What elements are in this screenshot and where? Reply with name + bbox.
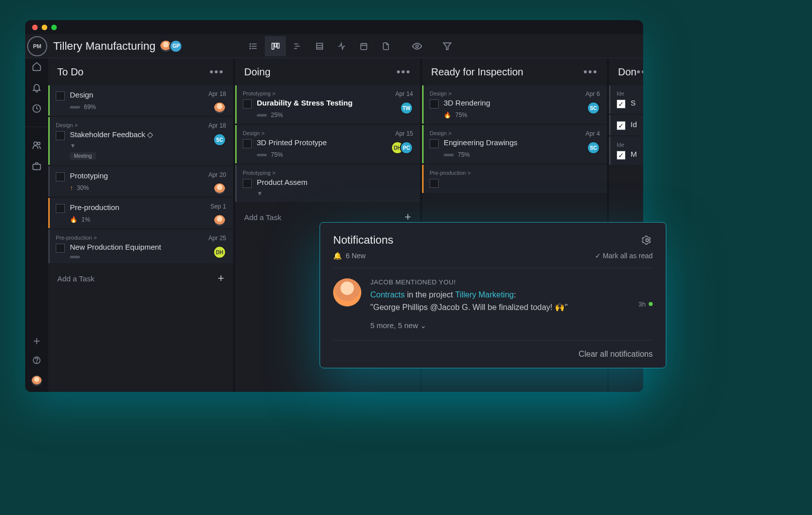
column-menu-icon[interactable]: ••• [637, 65, 643, 78]
task-card[interactable]: Design >3D Printed PrototypeApr 15DHPC75… [235, 125, 420, 163]
files-view-icon[interactable] [375, 36, 396, 56]
column-menu-icon[interactable]: ••• [583, 65, 598, 78]
user-avatar[interactable] [31, 375, 43, 387]
checkbox-icon[interactable] [243, 99, 252, 109]
avatar[interactable]: GP [169, 40, 182, 53]
progress-bar-icon [257, 114, 267, 117]
project-members[interactable]: GP [162, 40, 182, 53]
checkbox-icon[interactable] [56, 172, 65, 181]
card-avatars[interactable]: DHPC [394, 141, 413, 154]
card-breadcrumb: Ide [617, 142, 642, 148]
column-menu-icon[interactable]: ••• [210, 65, 224, 78]
task-card[interactable]: PrototypingApr 20↑30% [48, 166, 233, 196]
checkbox-icon[interactable] [430, 99, 439, 109]
checkbox-icon[interactable] [56, 244, 65, 253]
checkbox-icon[interactable] [430, 139, 439, 148]
notification-item[interactable]: JACOB MENTIONED YOU! Contracts in the pr… [333, 268, 653, 341]
task-card[interactable]: Design >Stakeholder Feedback ◇Apr 18SC▼M… [48, 117, 233, 165]
column-header: Don••• [609, 58, 643, 85]
activity-view-icon[interactable] [331, 36, 352, 56]
card-avatar[interactable]: TW [400, 101, 413, 115]
chevron-down-icon[interactable]: ▼ [70, 142, 226, 149]
card-avatar[interactable]: SC [213, 133, 226, 146]
task-card[interactable]: Design >Engineering DrawingsApr 4SC75% [422, 125, 607, 163]
maximize-window-icon[interactable] [51, 25, 57, 30]
gear-icon[interactable] [642, 235, 653, 246]
card-avatar[interactable] [213, 182, 226, 195]
task-card[interactable]: Prototyping >Durability & Stress Testing… [235, 85, 420, 124]
svg-point-4 [250, 46, 251, 47]
app-logo[interactable]: PM [27, 36, 47, 56]
card-avatar[interactable] [213, 214, 226, 227]
team-icon[interactable] [32, 140, 42, 150]
checkbox-icon[interactable] [56, 204, 65, 213]
checkbox-icon[interactable] [56, 131, 65, 140]
chevron-down-icon[interactable]: ▼ [257, 190, 413, 197]
checkbox-icon[interactable]: ✓ [617, 151, 626, 160]
notification-link[interactable]: Tillery Marketing [455, 290, 514, 299]
progress-bar-icon [70, 106, 80, 109]
add-task-button[interactable]: Add a Task+ [48, 265, 233, 292]
checkbox-icon[interactable]: ✓ [617, 121, 626, 130]
task-card[interactable]: Prototyping >Product Assem▼ [235, 165, 420, 202]
column-header: Doing••• [235, 58, 420, 85]
column-title: Doing [244, 66, 270, 78]
checkbox-icon[interactable] [56, 91, 65, 100]
mark-all-read-button[interactable]: ✓ Mark all as read [595, 252, 653, 260]
task-card[interactable]: Design >3D RenderingApr 6SC🔥75% [422, 85, 607, 124]
card-breadcrumb: Pre-production > [56, 235, 226, 241]
task-card[interactable]: Ide✓S [609, 85, 643, 114]
checkbox-icon[interactable] [430, 179, 439, 188]
notification-avatar [333, 278, 361, 306]
svg-point-19 [416, 45, 419, 47]
card-title: Id [631, 120, 637, 129]
card-progress: 🔥75% [444, 112, 600, 119]
task-card[interactable]: DesignApr 1869% [48, 85, 233, 116]
card-avatar[interactable]: SC [587, 101, 600, 115]
column-menu-icon[interactable]: ••• [396, 65, 411, 78]
visibility-icon[interactable] [407, 36, 428, 56]
card-avatar[interactable]: DH [213, 246, 226, 259]
priority-icon: ↑ [70, 184, 73, 191]
plus-icon[interactable] [32, 337, 41, 346]
task-card[interactable]: ✓Id [609, 115, 643, 135]
card-title: 3D Printed Prototype [257, 138, 327, 147]
task-card[interactable]: Pre-productionSep 1🔥1% [48, 198, 233, 228]
card-avatar[interactable] [213, 101, 226, 115]
bell-small-icon: 🔔 [333, 252, 342, 260]
task-card[interactable]: Pre-production >New Production Equipment… [48, 230, 233, 263]
calendar-view-icon[interactable] [353, 36, 374, 56]
card-title: Pre-production [70, 203, 119, 212]
checkbox-icon[interactable] [243, 179, 252, 188]
checkbox-icon[interactable] [243, 139, 252, 148]
briefcase-icon[interactable] [32, 161, 42, 171]
card-title: Durability & Stress Testing [257, 98, 353, 107]
clear-all-button[interactable]: Clear all notifications [333, 341, 653, 368]
notification-more-button[interactable]: 5 more, 5 new ⌄ [370, 321, 630, 330]
clock-icon[interactable] [32, 104, 42, 114]
priority-icon: 🔥 [444, 112, 451, 119]
card-avatar[interactable]: SC [587, 141, 600, 154]
gantt-view-icon[interactable] [287, 36, 308, 56]
kanban-column: To Do•••DesignApr 1869%Design >Stakehold… [48, 58, 233, 392]
minimize-window-icon[interactable] [42, 25, 47, 30]
checkbox-icon[interactable]: ✓ [617, 99, 626, 109]
task-card[interactable]: Ide✓M [609, 137, 643, 165]
card-date: Apr 18 [209, 122, 226, 129]
bell-icon[interactable] [32, 82, 42, 92]
list-view-icon[interactable] [243, 36, 264, 56]
card-title: Engineering Drawings [444, 138, 518, 147]
card-progress: 25% [257, 112, 413, 119]
close-window-icon[interactable] [32, 25, 38, 30]
table-view-icon[interactable] [309, 36, 330, 56]
filter-icon[interactable] [437, 36, 458, 56]
board-view-icon[interactable] [265, 36, 286, 56]
avatar[interactable]: PC [400, 141, 413, 154]
home-icon[interactable] [32, 61, 42, 71]
help-icon[interactable] [32, 356, 41, 365]
card-breadcrumb: Design > [243, 130, 413, 136]
task-card[interactable]: Pre-production > [422, 165, 607, 193]
notification-link[interactable]: Contracts [370, 290, 404, 299]
progress-bar-icon [257, 154, 267, 156]
card-title: Design [70, 90, 93, 99]
